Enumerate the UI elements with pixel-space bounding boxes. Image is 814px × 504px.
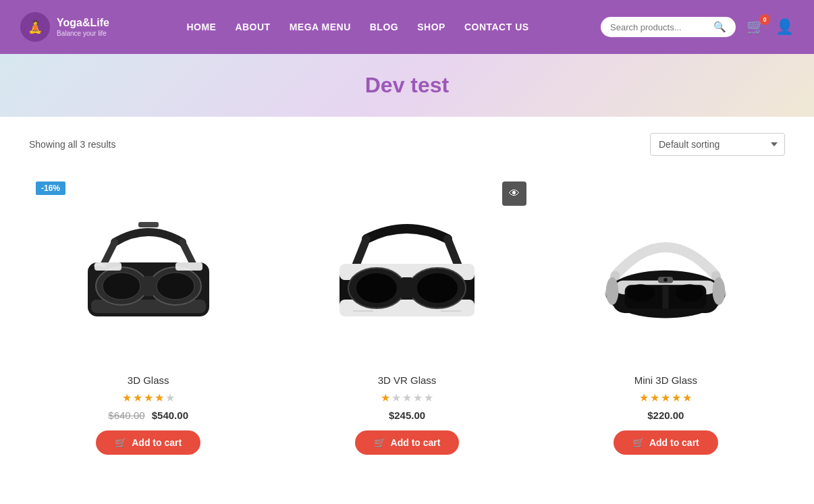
svg-point-14 bbox=[356, 273, 397, 303]
star-2-1: ★ bbox=[381, 391, 390, 404]
cart-icon-1: 🛒 bbox=[115, 437, 126, 448]
logo[interactable]: 🧘 Yoga&Life Balance your life bbox=[20, 12, 115, 42]
svg-point-5 bbox=[157, 273, 194, 300]
star-2-5: ★ bbox=[424, 391, 433, 404]
price-area-1: $640.00 $540.00 bbox=[29, 410, 267, 421]
add-to-cart-label-3: Add to cart bbox=[649, 437, 699, 448]
svg-rect-9 bbox=[175, 262, 202, 271]
header-actions: 🔍 🛒 0 👤 bbox=[601, 17, 794, 37]
results-count: Showing all 3 results bbox=[29, 139, 115, 150]
nav-about[interactable]: ABOUT bbox=[235, 22, 270, 32]
nav-contact[interactable]: CONTACT US bbox=[464, 22, 529, 32]
svg-point-28 bbox=[627, 284, 655, 302]
results-bar: Showing all 3 results Default sorting So… bbox=[29, 133, 785, 156]
main-content: Showing all 3 results Default sorting So… bbox=[16, 117, 798, 471]
nav-home[interactable]: HOME bbox=[186, 22, 216, 32]
svg-point-16 bbox=[417, 273, 458, 303]
svg-point-3 bbox=[103, 273, 140, 300]
brand-name: Yoga&Life bbox=[57, 16, 109, 29]
star-3-4: ★ bbox=[672, 391, 681, 404]
star-1-5: ★ bbox=[165, 391, 175, 404]
star-2-2: ★ bbox=[391, 391, 401, 404]
star-2-4: ★ bbox=[413, 391, 423, 404]
star-1-3: ★ bbox=[144, 391, 153, 404]
products-grid: -16% bbox=[29, 175, 785, 455]
main-nav: HOME ABOUT MEGA MENU BLOG SHOP CONTACT U… bbox=[135, 22, 580, 32]
svg-point-31 bbox=[664, 278, 668, 282]
svg-rect-17 bbox=[400, 277, 414, 299]
site-header: 🧘 Yoga&Life Balance your life HOME ABOUT… bbox=[0, 0, 814, 54]
star-2-3: ★ bbox=[402, 391, 412, 404]
product-image-2 bbox=[319, 202, 495, 337]
logo-icon: 🧘 bbox=[20, 12, 50, 42]
sort-select[interactable]: Default sorting Sort by popularity Sort … bbox=[650, 133, 785, 156]
price-single-2: $245.00 bbox=[389, 410, 425, 421]
add-to-cart-button-2[interactable]: 🛒 Add to cart bbox=[355, 430, 460, 455]
star-3-1: ★ bbox=[639, 391, 649, 404]
svg-rect-27 bbox=[663, 285, 669, 308]
star-1-4: ★ bbox=[155, 391, 164, 404]
page-title: Dev test bbox=[0, 73, 814, 98]
star-3-3: ★ bbox=[661, 391, 670, 404]
cart-icon-3: 🛒 bbox=[632, 437, 644, 448]
brand-tagline: Balance your life bbox=[57, 30, 109, 38]
stars-2: ★ ★ ★ ★ ★ bbox=[288, 391, 526, 404]
product-card-1: -16% bbox=[29, 175, 267, 455]
nav-mega-menu[interactable]: MEGA MENU bbox=[290, 22, 351, 32]
price-area-3: $220.00 bbox=[547, 410, 785, 421]
add-to-cart-label-2: Add to cart bbox=[391, 437, 441, 448]
hero-banner: Dev test bbox=[0, 54, 814, 117]
svg-rect-6 bbox=[143, 276, 154, 296]
cart-icon-2: 🛒 bbox=[374, 437, 385, 448]
price-single-3: $220.00 bbox=[647, 410, 684, 421]
product-image-wrap-1: -16% bbox=[29, 175, 267, 364]
nav-blog[interactable]: BLOG bbox=[370, 22, 398, 32]
user-account-button[interactable]: 👤 bbox=[776, 18, 794, 36]
stars-1: ★ ★ ★ ★ ★ bbox=[29, 391, 267, 404]
search-input[interactable] bbox=[610, 22, 708, 32]
stars-3: ★ ★ ★ ★ ★ bbox=[547, 391, 785, 404]
product-card-2: 👁 bbox=[288, 175, 526, 455]
star-3-2: ★ bbox=[650, 391, 659, 404]
svg-point-29 bbox=[676, 284, 703, 302]
cart-badge: 0 bbox=[759, 14, 770, 25]
add-to-cart-button-3[interactable]: 🛒 Add to cart bbox=[614, 430, 718, 455]
product-image-wrap-3 bbox=[547, 175, 785, 364]
product-name-1: 3D Glass bbox=[29, 374, 267, 386]
price-old-1: $640.00 bbox=[108, 410, 144, 421]
product-image-3 bbox=[578, 202, 753, 337]
cart-button[interactable]: 🛒 0 bbox=[747, 18, 765, 36]
star-1-2: ★ bbox=[133, 391, 142, 404]
svg-rect-7 bbox=[138, 222, 159, 227]
star-1-1: ★ bbox=[122, 391, 132, 404]
discount-badge-1: -16% bbox=[36, 181, 65, 195]
price-area-2: $245.00 bbox=[288, 410, 526, 421]
search-box: 🔍 bbox=[601, 17, 736, 37]
add-to-cart-label-1: Add to cart bbox=[132, 437, 182, 448]
product-image-wrap-2: 👁 bbox=[288, 175, 526, 364]
price-new-1: $540.00 bbox=[152, 410, 188, 421]
sort-wrapper: Default sorting Sort by popularity Sort … bbox=[650, 133, 785, 156]
product-image-1 bbox=[61, 202, 236, 337]
svg-point-25 bbox=[713, 277, 726, 305]
nav-shop[interactable]: SHOP bbox=[417, 22, 445, 32]
quick-view-button-2[interactable]: 👁 bbox=[502, 181, 526, 206]
add-to-cart-button-1[interactable]: 🛒 Add to cart bbox=[96, 430, 200, 455]
star-3-5: ★ bbox=[682, 391, 692, 404]
product-name-2: 3D VR Glass bbox=[288, 374, 526, 386]
search-button[interactable]: 🔍 bbox=[713, 21, 726, 33]
svg-point-24 bbox=[606, 277, 619, 305]
svg-rect-8 bbox=[94, 262, 121, 271]
product-name-3: Mini 3D Glass bbox=[547, 374, 785, 386]
product-card-3: Mini 3D Glass ★ ★ ★ ★ ★ $220.00 🛒 Add to… bbox=[547, 175, 785, 455]
